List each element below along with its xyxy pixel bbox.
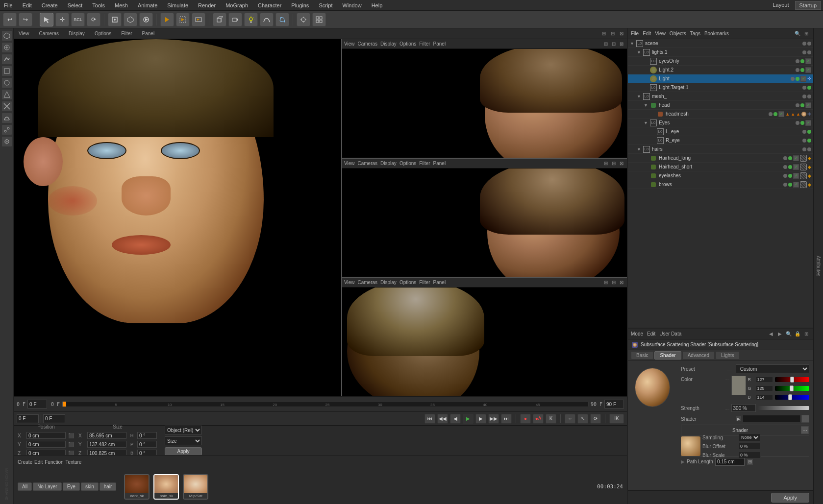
vp-small-3-view[interactable]: View bbox=[344, 280, 355, 285]
om-view[interactable]: View bbox=[655, 31, 666, 36]
anim-next-key[interactable]: ▶▶ bbox=[488, 414, 499, 424]
vp-small-2-panel[interactable]: Panel bbox=[433, 161, 446, 166]
deformer-tool[interactable] bbox=[275, 13, 289, 26]
attr-edit[interactable]: Edit bbox=[647, 331, 655, 336]
anim-to-end[interactable]: ⏭ bbox=[501, 414, 512, 424]
snap-tool[interactable] bbox=[297, 13, 310, 26]
coord-y-input[interactable] bbox=[26, 441, 66, 448]
menu-select[interactable]: Select bbox=[66, 1, 85, 9]
attr-search-icon[interactable]: 🔍 bbox=[785, 330, 793, 338]
left-tool-9[interactable] bbox=[1, 124, 12, 135]
vp-small-1-panel[interactable]: Panel bbox=[433, 41, 446, 47]
model-mode[interactable] bbox=[124, 13, 137, 26]
attr-tab-advanced[interactable]: Advanced bbox=[682, 351, 715, 360]
tree-item-light2[interactable]: ◎ Light.2 ✓ bbox=[628, 66, 813, 74]
color-b-input[interactable] bbox=[756, 394, 773, 400]
vp1-icon-3[interactable]: ⊠ bbox=[618, 41, 625, 48]
scale-tool[interactable]: SCL bbox=[71, 13, 85, 26]
anim-scale[interactable]: ⤡ bbox=[577, 414, 588, 424]
viewport-mid-right[interactable]: View Cameras Display Options Filter Pane… bbox=[342, 159, 627, 278]
layer-options-btn[interactable]: ⋯ bbox=[801, 426, 809, 434]
menu-mograph[interactable]: MoGraph bbox=[224, 1, 250, 9]
viewport-bot-right[interactable]: View Cameras Display Options Filter Pane… bbox=[342, 278, 627, 396]
menu-mesh[interactable]: Mesh bbox=[113, 1, 130, 9]
select-tool[interactable] bbox=[40, 13, 53, 26]
render-region[interactable] bbox=[176, 13, 190, 26]
tree-item-headmesh[interactable]: headmesh ✓ ▲ ▲ ▲ ✛ bbox=[628, 110, 813, 119]
vp1-icon-1[interactable]: ⊞ bbox=[602, 41, 609, 48]
spline-tool[interactable] bbox=[260, 13, 274, 26]
color-b-slider[interactable] bbox=[775, 395, 809, 400]
left-tool-5[interactable] bbox=[1, 77, 12, 88]
vp-small-3-cameras[interactable]: Cameras bbox=[358, 280, 378, 285]
left-tool-8[interactable] bbox=[1, 113, 12, 123]
vp-tab-display[interactable]: Display bbox=[66, 30, 88, 37]
tree-item-light[interactable]: ◎ Light ✓ ✛ bbox=[628, 74, 813, 83]
vp-small-2-options[interactable]: Options bbox=[399, 161, 416, 166]
tree-item-reye[interactable]: L0 R_eye bbox=[628, 136, 813, 145]
object-mode[interactable] bbox=[108, 13, 122, 26]
layout-startup[interactable]: Startup bbox=[795, 1, 821, 10]
main-viewport[interactable] bbox=[14, 39, 342, 396]
color-r-slider[interactable] bbox=[775, 377, 809, 382]
viewport-top-right[interactable]: View Cameras Display Options Filter Pane… bbox=[342, 39, 627, 159]
redo-button[interactable]: ↪ bbox=[19, 13, 32, 26]
strength-input[interactable] bbox=[731, 404, 756, 412]
vp-tab-filter[interactable]: Filter bbox=[118, 30, 135, 37]
light-tool[interactable] bbox=[244, 13, 258, 26]
left-tool-4[interactable] bbox=[1, 66, 12, 76]
coord-apply-button[interactable]: Apply bbox=[165, 447, 202, 456]
size-x-input[interactable] bbox=[87, 432, 126, 439]
anim-extra-1[interactable]: IK bbox=[609, 414, 624, 424]
anim-frame-display[interactable] bbox=[43, 414, 65, 423]
preset-select[interactable]: Custom bbox=[736, 364, 809, 373]
attr-fwd-icon[interactable]: ▶ bbox=[776, 330, 784, 338]
vp-small-3-options[interactable]: Options bbox=[399, 280, 416, 285]
tree-item-head[interactable]: ▼ head ✓ bbox=[628, 101, 813, 110]
tree-item-brows[interactable]: brows ✓ ◆ bbox=[628, 180, 813, 189]
vp1-icon-2[interactable]: ⊟ bbox=[610, 41, 617, 48]
anim-move[interactable]: ↔ bbox=[565, 414, 575, 424]
filter-eye[interactable]: Eye bbox=[63, 482, 80, 491]
undo-button[interactable]: ↩ bbox=[3, 13, 17, 26]
left-tool-10[interactable] bbox=[1, 136, 12, 147]
attr-tab-basic[interactable]: Basic bbox=[631, 351, 653, 360]
tree-item-lighttarget1[interactable]: L0 Light.Target.1 bbox=[628, 83, 813, 92]
tree-item-lights1[interactable]: ▼ L0 lights.1 bbox=[628, 48, 813, 57]
menu-edit[interactable]: Edit bbox=[21, 1, 34, 9]
menu-animate[interactable]: Animate bbox=[136, 1, 159, 9]
vp-small-1-cameras[interactable]: Cameras bbox=[358, 41, 378, 47]
cube-primitive[interactable] bbox=[213, 13, 226, 26]
menu-plugins[interactable]: Plugins bbox=[289, 1, 311, 9]
bottom-function[interactable]: Function bbox=[45, 459, 63, 465]
tree-item-eyelashes[interactable]: eyelashes ✓ ◆ bbox=[628, 171, 813, 180]
strength-slider[interactable] bbox=[758, 406, 809, 410]
viewport-icon-2[interactable]: ⊟ bbox=[609, 30, 616, 37]
anim-frame-input[interactable] bbox=[17, 414, 39, 423]
menu-character[interactable]: Character bbox=[256, 1, 283, 9]
camera-tool[interactable] bbox=[228, 13, 242, 26]
viewport-icon-3[interactable]: ⊠ bbox=[618, 30, 625, 37]
om-objects[interactable]: Objects bbox=[670, 31, 686, 36]
anim-play[interactable]: ▶ bbox=[463, 414, 474, 424]
vp-small-2-view[interactable]: View bbox=[344, 161, 355, 166]
color-g-slider[interactable] bbox=[775, 386, 809, 391]
vp-small-3-display[interactable]: Display bbox=[380, 280, 397, 285]
tree-item-eyes[interactable]: ▼ L0 Eyes ✓ bbox=[628, 119, 813, 127]
material-dark-sk[interactable]: dark_sk bbox=[124, 474, 150, 500]
size-mode-select[interactable]: Size bbox=[165, 436, 202, 445]
vp-small-3-panel[interactable]: Panel bbox=[433, 280, 446, 285]
om-sort-icon[interactable]: ⊞ bbox=[802, 30, 810, 38]
anim-rotate[interactable]: ⟳ bbox=[590, 414, 601, 424]
filter-skin[interactable]: skin bbox=[81, 482, 99, 491]
vp3-icon-3[interactable]: ⊠ bbox=[618, 279, 625, 286]
om-tags[interactable]: Tags bbox=[690, 31, 700, 36]
blur-offset-input[interactable] bbox=[739, 443, 761, 450]
attr-tab-shader[interactable]: Shader bbox=[654, 351, 681, 360]
render-to-picture[interactable] bbox=[192, 13, 205, 26]
timeline-frame-input[interactable] bbox=[27, 400, 47, 408]
left-tool-1[interactable] bbox=[1, 30, 12, 41]
tree-item-mesh[interactable]: ▼ L0 mesh_ bbox=[628, 92, 813, 101]
tree-item-eyesonly[interactable]: L0 eyesOnly ✓ bbox=[628, 57, 813, 66]
tree-item-hairlong[interactable]: Hairhead_long ✓ ◆ bbox=[628, 154, 813, 163]
